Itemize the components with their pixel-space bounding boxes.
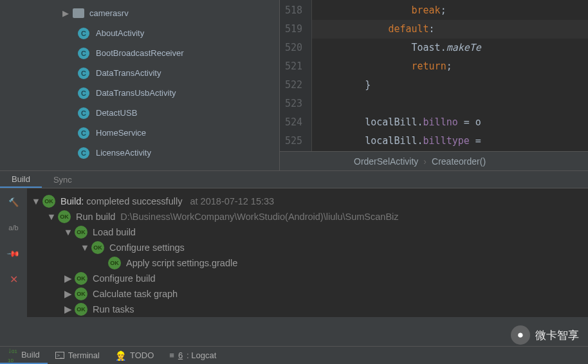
watermark: ● 微卡智享 [511,325,579,345]
code-content[interactable]: break; default: Toast.makeTe return; } l… [312,0,588,151]
breadcrumb-method: Createorder() [432,156,486,167]
tree-class[interactable]: CDataTransActivity [0,63,279,83]
expand-icon: ▶ [61,8,70,18]
collapse-icon: ▼ [31,196,41,206]
todo-icon: 👷 [115,350,126,361]
ok-icon: OK [75,272,87,285]
hammer-icon[interactable]: 🔨 [6,195,21,209]
ok-icon: OK [58,210,71,223]
class-icon: C [78,68,89,79]
build-apply-script[interactable]: OK Apply script settings.gradle [27,255,588,271]
ok-icon: OK [42,195,55,208]
toolwindow-todo[interactable]: 👷TODO [107,347,161,364]
build-configure-settings[interactable]: ▼OK Configure settings [27,240,588,255]
build-run[interactable]: ▼OK Run build D:\Business\WorkCompany\Wo… [27,209,588,224]
tree-class[interactable]: CBootBroadcastReceiver [0,43,279,63]
pin-icon[interactable]: 📌 [3,243,23,263]
build-output-tree[interactable]: ▼OK Build: completed successfully at 201… [27,188,588,317]
collapse-icon: ▼ [46,212,57,222]
expand-icon: ▶ [63,273,73,284]
tree-folder-camerasrv[interactable]: ▶ camerasrv [0,3,279,23]
toolwindow-build[interactable]: ↓0110Build [0,347,48,364]
collapse-icon: ▼ [80,242,90,253]
wechat-icon: ● [511,325,530,345]
build-root[interactable]: ▼OK Build: completed successfully at 201… [27,194,588,209]
build-run-tasks[interactable]: ▶OK Run tasks [27,302,588,317]
build-load[interactable]: ▼OK Load build [27,224,588,240]
tree-class[interactable]: CDetactUSB [0,103,279,123]
tab-sync[interactable]: Sync [42,171,84,188]
terminal-icon: >_ [55,352,64,359]
ok-icon: OK [75,287,87,300]
code-editor[interactable]: 518 519 520 521 522 523 524 525 break; d… [279,0,588,170]
tree-class[interactable]: CHomeService [0,123,279,143]
expand-icon: ▶ [63,289,73,299]
chevron-right-icon: › [423,156,427,167]
toggle-icon[interactable]: a/b [6,221,21,235]
expand-icon: ▶ [63,304,73,314]
project-tree[interactable]: ▶ camerasrv CAboutActivity CBootBroadcas… [0,0,279,170]
build-tabs: Build Sync [0,170,588,188]
class-icon: C [78,87,89,99]
tree-class[interactable]: CDataTransUsbActivity [0,83,279,103]
gutter: 518 519 520 521 522 523 524 525 [280,0,312,151]
folder-label: camerasrv [89,8,129,18]
tree-class[interactable]: CAboutActivity [0,23,279,43]
ok-icon: OK [108,257,121,269]
breadcrumb-class: OrderSelActivity [354,156,418,167]
class-icon: C [78,48,89,59]
class-icon: C [78,147,89,159]
class-icon: C [78,107,89,119]
toolwindow-terminal[interactable]: >_Terminal [48,347,107,364]
tab-build[interactable]: Build [0,171,42,188]
folder-icon [73,8,84,18]
class-icon: C [78,127,89,139]
collapse-icon: ▼ [63,227,73,237]
tree-class[interactable]: CLicenseActivity [0,143,279,163]
build-configure-build[interactable]: ▶OK Configure build [27,271,588,286]
build-calc-graph[interactable]: ▶OK Calculate task graph [27,286,588,302]
status-bar: ↓0110Build >_Terminal 👷TODO ≡6: Logcat [0,346,588,364]
breadcrumb[interactable]: OrderSelActivity › Createorder() [280,151,588,170]
build-toolbar: 🔨 a/b 📌 ✕ [0,188,27,317]
toolwindow-logcat[interactable]: ≡6: Logcat [161,347,224,364]
logcat-icon: ≡ [169,350,174,360]
build-icon: ↓0110 [8,346,17,364]
ok-icon: OK [75,303,87,316]
close-icon[interactable]: ✕ [6,272,21,286]
ok-icon: OK [75,226,87,239]
class-icon: C [78,28,89,39]
ok-icon: OK [91,241,104,254]
